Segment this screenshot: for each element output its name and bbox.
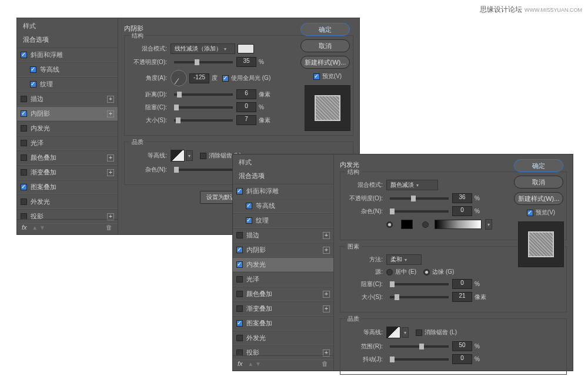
style-item[interactable]: 光泽 xyxy=(233,272,333,287)
distance-slider[interactable] xyxy=(174,93,233,96)
arrows-icon[interactable]: ▲ ▼ xyxy=(246,361,261,367)
style-item[interactable]: 等高线 xyxy=(233,199,333,213)
opacity-input[interactable]: 35 xyxy=(236,57,256,67)
style-checkbox[interactable] xyxy=(21,169,27,176)
source-edge-radio[interactable] xyxy=(423,269,430,275)
style-item[interactable]: 渐变叠加+ xyxy=(233,301,333,316)
style-checkbox[interactable] xyxy=(246,217,252,224)
add-effect-icon[interactable]: + xyxy=(107,96,114,103)
choke-input[interactable]: 0 xyxy=(452,279,472,289)
blend-options[interactable]: 混合选项 xyxy=(233,169,333,184)
style-item[interactable]: 描边+ xyxy=(233,228,333,243)
antialias-checkbox[interactable] xyxy=(416,329,422,336)
style-item[interactable]: 内发光 xyxy=(233,257,333,272)
distance-input[interactable]: 6 xyxy=(236,89,256,99)
fx-icon[interactable]: fx xyxy=(238,360,243,367)
style-item[interactable]: 内阴影+ xyxy=(233,243,333,257)
blend-options[interactable]: 混合选项 xyxy=(17,33,118,48)
style-checkbox[interactable] xyxy=(21,154,27,161)
glow-color-swatch[interactable] xyxy=(401,220,413,229)
style-checkbox[interactable] xyxy=(30,81,36,88)
add-effect-icon[interactable]: + xyxy=(323,291,330,298)
style-item[interactable]: 内发光 xyxy=(17,121,118,136)
method-dropdown[interactable]: 柔和▾ xyxy=(386,254,422,265)
ok-button[interactable]: 确定 xyxy=(514,159,563,172)
preview-checkbox[interactable] xyxy=(313,73,320,80)
add-effect-icon[interactable]: + xyxy=(323,305,330,312)
style-checkbox[interactable] xyxy=(21,184,27,190)
size-input[interactable]: 7 xyxy=(236,115,256,125)
style-checkbox[interactable] xyxy=(30,66,36,73)
opacity-input[interactable]: 36 xyxy=(452,193,472,203)
style-checkbox[interactable] xyxy=(21,199,27,205)
add-effect-icon[interactable]: + xyxy=(323,232,330,239)
add-effect-icon[interactable]: + xyxy=(323,247,330,254)
opacity-slider[interactable] xyxy=(390,197,449,200)
new-style-button[interactable]: 新建样式(W)... xyxy=(300,56,350,69)
style-checkbox[interactable] xyxy=(236,247,243,253)
choke-slider[interactable] xyxy=(390,283,449,285)
style-item[interactable]: 内阴影+ xyxy=(17,106,118,121)
angle-wheel[interactable] xyxy=(171,70,187,86)
contour-dropdown-arrow[interactable]: ▾ xyxy=(402,327,409,338)
noise-slider[interactable] xyxy=(390,210,449,213)
choke-input[interactable]: 0 xyxy=(236,102,256,112)
style-item[interactable]: 斜面和浮雕 xyxy=(17,48,118,62)
jitter-slider[interactable] xyxy=(390,358,449,361)
style-item[interactable]: 图案叠加 xyxy=(17,180,118,194)
style-item[interactable]: 图案叠加 xyxy=(233,316,333,331)
antialias-checkbox[interactable] xyxy=(200,153,206,159)
noise-input[interactable]: 0 xyxy=(452,206,472,216)
new-style-button[interactable]: 新建样式(W)... xyxy=(514,192,563,205)
opacity-slider[interactable] xyxy=(174,61,233,63)
preview-checkbox[interactable] xyxy=(527,210,533,216)
style-checkbox[interactable] xyxy=(21,96,27,102)
style-checkbox[interactable] xyxy=(21,52,27,58)
noise-slider[interactable] xyxy=(174,169,233,171)
style-item[interactable]: 斜面和浮雕 xyxy=(233,184,333,199)
choke-slider[interactable] xyxy=(174,106,233,109)
jitter-input[interactable]: 0 xyxy=(452,354,472,364)
range-slider[interactable] xyxy=(390,345,449,348)
size-slider[interactable] xyxy=(390,296,449,298)
style-checkbox[interactable] xyxy=(21,140,27,146)
style-item[interactable]: 颜色叠加+ xyxy=(17,150,118,165)
global-light-checkbox[interactable] xyxy=(222,75,229,82)
cancel-button[interactable]: 取消 xyxy=(514,176,563,189)
style-checkbox[interactable] xyxy=(21,125,27,132)
add-effect-icon[interactable]: + xyxy=(107,110,114,117)
fx-icon[interactable]: fx xyxy=(22,224,27,231)
style-item[interactable]: 外发光 xyxy=(233,331,333,345)
size-slider[interactable] xyxy=(174,119,233,122)
color-swatch[interactable] xyxy=(238,44,254,53)
style-checkbox[interactable] xyxy=(236,261,243,268)
style-checkbox[interactable] xyxy=(236,291,243,297)
trash-icon[interactable]: 🗑 xyxy=(106,224,113,231)
style-item[interactable]: 描边+ xyxy=(17,92,118,106)
blend-mode-dropdown[interactable]: 颜色减淡▾ xyxy=(386,180,438,190)
trash-icon[interactable]: 🗑 xyxy=(322,360,329,367)
cancel-button[interactable]: 取消 xyxy=(300,39,350,52)
style-checkbox[interactable] xyxy=(236,188,243,194)
add-effect-icon[interactable]: + xyxy=(107,154,114,162)
contour-dropdown-arrow[interactable]: ▾ xyxy=(186,150,193,161)
gradient-picker[interactable] xyxy=(435,220,482,229)
size-input[interactable]: 21 xyxy=(452,292,472,302)
source-center-radio[interactable] xyxy=(386,269,393,275)
style-item[interactable]: 颜色叠加+ xyxy=(233,287,333,301)
style-item[interactable]: 渐变叠加+ xyxy=(17,165,118,180)
style-item[interactable]: 纹理 xyxy=(233,213,333,228)
blend-mode-dropdown[interactable]: 线性减淡（添加）▾ xyxy=(171,43,235,54)
style-item[interactable]: 外发光 xyxy=(17,194,118,209)
gradient-dropdown-arrow[interactable]: ▾ xyxy=(485,219,492,230)
style-item[interactable]: 光泽 xyxy=(17,136,118,150)
contour-picker[interactable] xyxy=(386,327,400,338)
gradient-radio[interactable] xyxy=(422,221,429,228)
contour-picker[interactable] xyxy=(171,150,185,162)
arrows-icon[interactable]: ▲ ▼ xyxy=(31,224,45,231)
color-radio[interactable] xyxy=(386,221,393,228)
style-checkbox[interactable] xyxy=(236,305,243,312)
add-effect-icon[interactable]: + xyxy=(107,169,114,176)
ok-button[interactable]: 确定 xyxy=(300,23,350,36)
style-checkbox[interactable] xyxy=(246,203,252,209)
